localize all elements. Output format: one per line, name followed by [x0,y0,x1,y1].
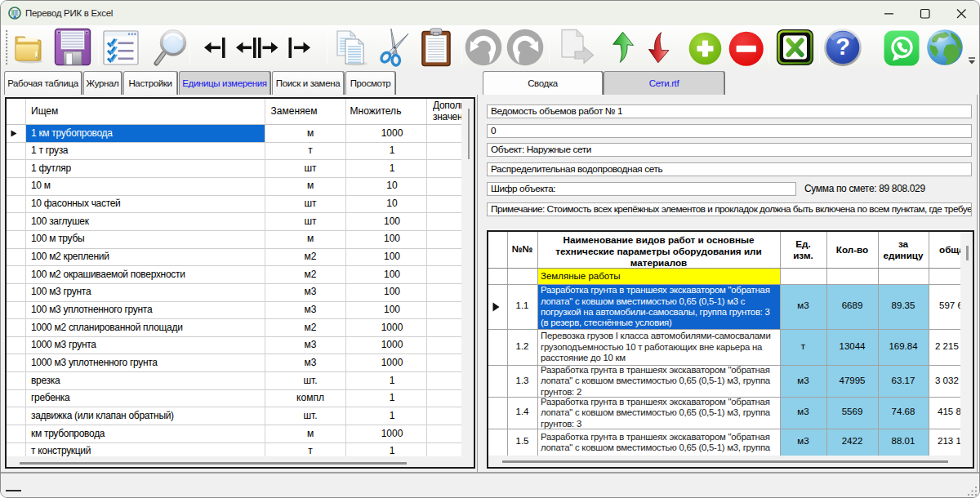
svg-text:?: ? [835,33,850,60]
